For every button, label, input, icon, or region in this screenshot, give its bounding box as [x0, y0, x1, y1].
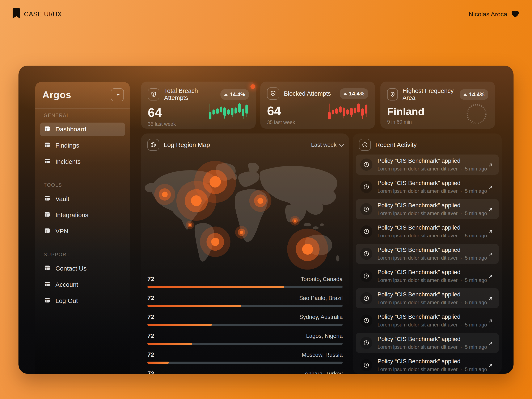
activity-item[interactable]: Policy “CIS Benchmark” applied Lorem ips…: [356, 288, 499, 308]
shield-alert-icon: [148, 88, 159, 100]
clock-icon: [360, 270, 373, 282]
activity-item[interactable]: Policy “CIS Benchmark” applied Lorem ips…: [356, 221, 499, 242]
arrow-up-right-icon[interactable]: [488, 340, 493, 347]
stat-title: Total Breach Attempts: [164, 87, 221, 101]
region-value: 72: [147, 294, 154, 301]
activity-item[interactable]: Policy “CIS Benchmark” applied Lorem ips…: [356, 177, 499, 197]
region-bar-track: [147, 286, 343, 288]
activity-item-time: 5 min ago: [465, 233, 487, 238]
clock-icon: [360, 337, 373, 349]
arrow-up-right-icon[interactable]: [488, 207, 493, 213]
activity-item-desc: Lorem ipsum dolor sit amen dit aver: [378, 277, 458, 283]
layout-grid-icon: [44, 297, 51, 305]
time-filter-dropdown[interactable]: Last week: [311, 142, 343, 148]
region-bar-track: [147, 362, 343, 364]
map-panel-header: Log Region Map Last week: [141, 133, 349, 151]
sidebar-item-contact-us[interactable]: Contact Us: [40, 262, 125, 275]
arrow-up-right-icon[interactable]: [488, 363, 493, 369]
brand: CASE UI/UX: [13, 8, 62, 20]
activity-item-desc: Lorem ipsum dolor sit amen dit aver: [378, 210, 458, 216]
map-hotspot: [200, 227, 230, 257]
activity-item[interactable]: Policy “CIS Benchmark” applied Lorem ips…: [356, 244, 499, 264]
activity-item-time: 5 min ago: [465, 344, 487, 350]
trend-badge: 14.4%: [340, 88, 368, 99]
activity-item-desc: Lorem ipsum dolor sit amen dit aver: [378, 166, 458, 171]
shield-check-icon: [267, 87, 279, 100]
user-chip: Nicolas Aroca: [469, 9, 520, 19]
activity-item[interactable]: Policy “CIS Benchmark” applied Lorem ips…: [356, 333, 499, 353]
trend-value: 14.4%: [230, 91, 245, 98]
clock-icon: [360, 292, 373, 304]
region-value: 72: [147, 351, 154, 358]
activity-item-desc: Lorem ipsum dolor sit amen dit aver: [378, 344, 458, 350]
heart-icon: [511, 9, 520, 19]
sidebar-item-account[interactable]: Account: [40, 278, 125, 291]
layout-grid-icon: [44, 157, 51, 166]
arrow-up-right-icon[interactable]: [488, 296, 493, 302]
candlestick-sparkline-red: [328, 103, 367, 119]
activity-item[interactable]: Policy “CIS Benchmark” applied Lorem ips…: [356, 155, 499, 175]
activity-item-desc: Lorem ipsum dolor sit amen dit aver: [378, 366, 458, 372]
dashboard-card: Argos GENERAL Dashboard Findings Inciden…: [19, 65, 513, 374]
region-value: 72: [147, 332, 154, 339]
trend-up-icon: [224, 93, 228, 96]
region-city: Moscow, Russia: [302, 352, 343, 358]
region-row: 72 Toronto, Canada: [147, 276, 343, 288]
arrow-up-right-icon[interactable]: [488, 318, 493, 325]
sidebar-item-vpn[interactable]: VPN: [40, 224, 125, 238]
stat-subtext: 35 last week: [267, 119, 368, 125]
sidebar-item-dashboard[interactable]: Dashboard: [40, 123, 125, 136]
arrow-up-right-icon[interactable]: [488, 229, 493, 236]
sidebar-item-label: Dashboard: [55, 126, 86, 133]
world-map: [141, 153, 349, 274]
activity-item-title: Policy “CIS Benchmark” applied: [378, 336, 484, 342]
map-hotspot: [235, 226, 248, 239]
trend-up-icon: [343, 92, 347, 95]
sidebar-collapse-button[interactable]: [111, 88, 124, 101]
activity-item-time: 5 min ago: [465, 166, 487, 171]
activity-item[interactable]: Policy “CIS Benchmark” applied Lorem ips…: [356, 199, 499, 219]
sidebar-item-findings[interactable]: Findings: [40, 139, 125, 152]
layout-grid-icon: [44, 125, 51, 134]
stat-title: Highest Frequency Area: [402, 87, 460, 101]
arrow-up-right-icon[interactable]: [488, 251, 493, 258]
region-bar-track: [147, 324, 343, 326]
recent-activity-panel: Recent Activity Policy “CIS Benchmark” a…: [353, 133, 502, 374]
app-title: Argos: [42, 89, 71, 100]
sidebar-item-label: Vault: [55, 195, 69, 203]
region-city: Lagos, Nigeria: [306, 333, 343, 339]
activity-item[interactable]: Policy “CIS Benchmark” applied Lorem ips…: [356, 266, 499, 286]
activity-list: Policy “CIS Benchmark” applied Lorem ips…: [356, 155, 499, 374]
trend-up-icon: [463, 93, 467, 96]
map-hotspot: [154, 184, 175, 205]
region-bar-fill: [147, 343, 192, 345]
arrow-up-right-icon[interactable]: [488, 162, 493, 169]
sidebar-item-incidents[interactable]: Incidents: [40, 155, 125, 168]
activity-item[interactable]: Policy “CIS Benchmark” applied Lorem ips…: [356, 355, 499, 374]
activity-item-time: 5 min ago: [465, 322, 487, 327]
activity-item[interactable]: Policy “CIS Benchmark” applied Lorem ips…: [356, 310, 499, 331]
clock-icon: [360, 248, 373, 260]
arrow-up-right-icon[interactable]: [488, 274, 493, 280]
layout-grid-icon: [44, 141, 51, 150]
user-name: Nicolas Aroca: [469, 11, 507, 18]
sidebar-item-label: Log Out: [55, 297, 78, 304]
region-bar-track: [147, 343, 343, 345]
activity-item-title: Policy “CIS Benchmark” applied: [378, 224, 484, 231]
region-value: 72: [147, 276, 154, 282]
stat-title: Blocked Attempts: [284, 90, 331, 97]
sidebar-item-log-out[interactable]: Log Out: [40, 294, 125, 307]
sidebar-item-vault[interactable]: Vault: [40, 192, 125, 206]
bookmark-icon: [13, 8, 20, 20]
trend-badge: 14.4%: [221, 89, 249, 100]
activity-item-title: Policy “CIS Benchmark” applied: [378, 291, 484, 298]
sidebar-item-integrations[interactable]: Integrations: [40, 208, 125, 222]
activity-item-title: Policy “CIS Benchmark” applied: [378, 180, 484, 186]
arrow-up-right-icon[interactable]: [488, 184, 493, 191]
sidebar-section-label: TOOLS: [44, 182, 121, 188]
globe-icon: [147, 139, 159, 151]
sidebar-item-label: VPN: [55, 228, 69, 235]
activity-item-title: Policy “CIS Benchmark” applied: [378, 247, 484, 253]
clock-icon: [360, 203, 373, 215]
time-filter-value: Last week: [311, 142, 336, 148]
